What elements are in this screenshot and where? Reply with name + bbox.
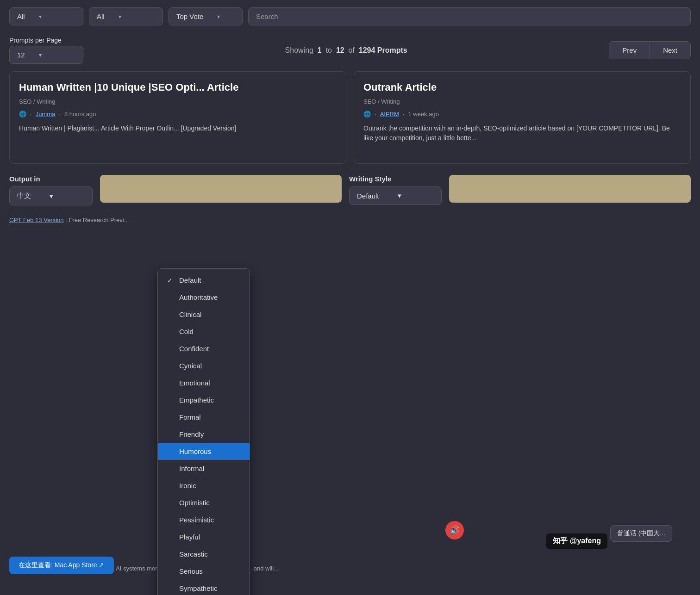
dropdown-item-label: Informal xyxy=(179,465,204,472)
dropdown-item-label: Authoritative xyxy=(179,293,218,301)
dropdown-item-label: Clinical xyxy=(179,310,201,318)
card-1-title: Human Written |10 Unique |SEO Opti... Ar… xyxy=(19,81,337,94)
card-2-meta: 🌐 · AIPRM · 1 week ago xyxy=(363,111,681,118)
card-1-dot: · xyxy=(30,111,32,118)
watermark: 知乎 @yafeng xyxy=(546,533,607,549)
dropdown-item-clinical[interactable]: Clinical xyxy=(158,306,250,323)
dropdown-item-label: Serious xyxy=(179,567,203,575)
search-input[interactable]: Search xyxy=(248,7,691,25)
dropdown-item-cynical[interactable]: Cynical xyxy=(158,357,250,374)
dropdown-item-cold[interactable]: Cold xyxy=(158,323,250,340)
writing-style-value: Default xyxy=(357,192,379,200)
card-2-desc: Outrank the competition with an in-depth… xyxy=(363,124,681,143)
tan-input-1 xyxy=(100,175,342,203)
chevron-down-icon: ▾ xyxy=(39,13,42,20)
writing-style-label: Writing Style xyxy=(349,175,442,183)
bottom-section: Output in 中文 ▾ Writing Style Default ▾ xyxy=(0,167,700,213)
footer-text: . Free Research Previ... xyxy=(65,217,129,223)
filter1-label: All xyxy=(17,12,25,20)
pagination-buttons: Prev Next xyxy=(609,41,691,59)
prev-button[interactable]: Prev xyxy=(609,42,650,59)
speaker-icon: 🔊 xyxy=(450,525,460,535)
dropdown-item-ironic[interactable]: Ironic xyxy=(158,477,250,494)
filter-dropdown-1[interactable]: All ▾ xyxy=(9,7,83,25)
card-2-author[interactable]: AIPRM xyxy=(380,111,399,118)
chevron-down-icon-3: ▾ xyxy=(217,13,220,20)
filter2-label: All xyxy=(97,12,105,20)
dropdown-item-label: Playful xyxy=(179,533,200,541)
zhihu-button[interactable]: 在这里查看: Mac App Store ↗ xyxy=(9,557,114,574)
card-2-title: Outrank Article xyxy=(363,81,681,94)
dropdown-item-sarcastic[interactable]: Sarcastic xyxy=(158,545,250,563)
dropdown-item-sympathetic[interactable]: Sympathetic xyxy=(158,580,250,595)
dropdown-item-emotional[interactable]: Emotional xyxy=(158,374,250,391)
showing-text: Showing 1 to 12 of 1294 Prompts xyxy=(91,46,601,55)
card-1-category: SEO / Writing xyxy=(19,98,337,105)
card-2-dot: · xyxy=(375,111,376,118)
card-1-desc: Human Written | Plagiarist... Article Wi… xyxy=(19,124,337,133)
dropdown-item-friendly[interactable]: Friendly xyxy=(158,426,250,443)
dropdown-item-pessimistic[interactable]: Pessimistic xyxy=(158,511,250,528)
card-1[interactable]: Human Written |10 Unique |SEO Opti... Ar… xyxy=(9,71,346,164)
dropdown-item-confident[interactable]: Confident xyxy=(158,340,250,357)
card-1-time: 8 hours ago xyxy=(64,111,96,118)
audio-button[interactable]: 🔊 xyxy=(445,521,464,539)
card-1-meta: 🌐 · Jumma · 8 hours ago xyxy=(19,111,337,118)
filter-dropdown-3[interactable]: Top Vote ▾ xyxy=(169,7,243,25)
writing-style-dropdown[interactable]: Default ▾ xyxy=(349,186,442,205)
prompts-per-page-section: Prompts per Page 12 ▾ xyxy=(9,37,83,64)
dropdown-item-formal[interactable]: Formal xyxy=(158,409,250,426)
writing-style-dropdown-menu: ✓DefaultAuthoritativeClinicalColdConfide… xyxy=(157,268,250,595)
dropdown-item-default[interactable]: ✓Default xyxy=(158,272,250,289)
prompts-per-page-label: Prompts per Page xyxy=(9,37,83,44)
next-button[interactable]: Next xyxy=(650,42,690,59)
version-link[interactable]: GPT Feb 13 Version xyxy=(9,217,64,223)
dropdown-item-label: Sarcastic xyxy=(179,550,208,558)
cards-grid: Human Written |10 Unique |SEO Opti... Ar… xyxy=(0,71,700,164)
output-value: 中文 xyxy=(17,192,31,200)
chevron-down-icon-5: ▾ xyxy=(50,192,53,200)
dropdown-item-playful[interactable]: Playful xyxy=(158,528,250,545)
dropdown-item-optimistic[interactable]: Optimistic xyxy=(158,494,250,511)
footer-bar: GPT Feb 13 Version . Free Research Previ… xyxy=(0,213,700,227)
dropdown-item-informal[interactable]: Informal xyxy=(158,460,250,477)
search-placeholder: Search xyxy=(256,12,278,20)
dropdown-item-empathetic[interactable]: Empathetic xyxy=(158,391,250,409)
chevron-down-icon-6: ▾ xyxy=(398,192,401,200)
output-dropdown[interactable]: 中文 ▾ xyxy=(9,186,93,205)
per-page-value: 12 xyxy=(17,51,25,59)
dropdown-item-label: Pessimistic xyxy=(179,516,214,524)
pagination-bar: Prompts per Page 12 ▾ Showing 1 to 12 of… xyxy=(0,33,700,71)
dropdown-item-authoritative[interactable]: Authoritative xyxy=(158,289,250,306)
dropdown-item-label: Default xyxy=(179,276,201,284)
writing-style-section: Writing Style Default ▾ xyxy=(349,175,442,205)
card-2[interactable]: Outrank Article SEO / Writing 🌐 · AIPRM … xyxy=(354,71,691,164)
dropdown-item-label: Humorous xyxy=(179,447,211,455)
globe-icon-2: 🌐 xyxy=(363,111,371,118)
card-1-author[interactable]: Jumma xyxy=(36,111,56,118)
chevron-down-icon-4: ▾ xyxy=(39,52,42,58)
chevron-down-icon-2: ▾ xyxy=(119,13,121,20)
dropdown-item-label: Sympathetic xyxy=(179,584,218,592)
dropdown-item-serious[interactable]: Serious xyxy=(158,563,250,580)
per-page-dropdown[interactable]: 12 ▾ xyxy=(9,46,83,64)
card-1-dot2: · xyxy=(59,111,61,118)
language-badge: 普通话 (中国大... xyxy=(610,525,672,542)
dropdown-item-label: Emotional xyxy=(179,379,210,387)
filter-dropdown-2[interactable]: All ▾ xyxy=(89,7,163,25)
dropdown-item-label: Friendly xyxy=(179,430,204,438)
card-2-time: 1 week ago xyxy=(408,111,439,118)
dropdown-item-humorous[interactable]: Humorous xyxy=(158,443,250,460)
tan-input-2 xyxy=(449,175,691,203)
check-icon: ✓ xyxy=(167,277,175,284)
dropdown-item-label: Formal xyxy=(179,413,201,421)
globe-icon: 🌐 xyxy=(19,111,26,118)
dropdown-item-label: Ironic xyxy=(179,482,196,490)
dropdown-item-label: Optimistic xyxy=(179,499,210,507)
dropdown-item-label: Cynical xyxy=(179,362,202,370)
filter3-label: Top Vote xyxy=(176,12,203,20)
card-2-dot2: · xyxy=(403,111,405,118)
dropdown-item-label: Cold xyxy=(179,328,194,335)
output-label: Output in xyxy=(9,175,93,183)
filter-bar: All ▾ All ▾ Top Vote ▾ Search xyxy=(0,0,700,33)
